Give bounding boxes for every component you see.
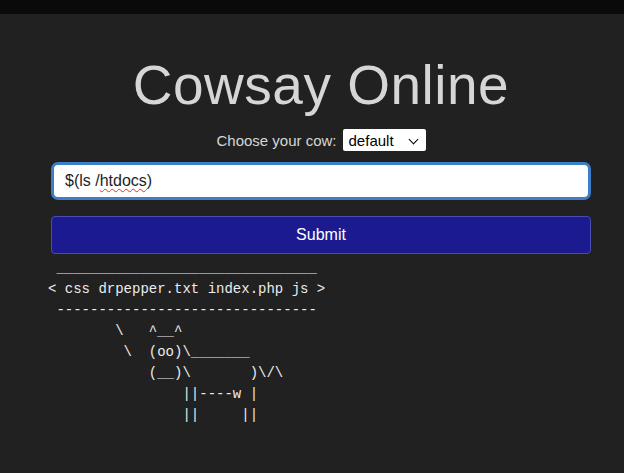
cow-selector-row: Choose your cow: default: [51, 129, 591, 151]
message-input-text-misspelled: htdocs: [100, 172, 147, 190]
main-container: Cowsay Online Choose your cow: default $…: [51, 54, 591, 426]
cow-select-label: Choose your cow:: [216, 132, 336, 149]
cow-select-value: default: [349, 132, 394, 149]
cow-select[interactable]: default: [343, 129, 426, 151]
message-input[interactable]: $(ls /htdocs): [51, 162, 591, 200]
message-input-text-suffix: ): [147, 172, 152, 190]
page-title: Cowsay Online: [51, 54, 591, 117]
top-band: [0, 0, 624, 14]
message-input-text-prefix: $(ls /: [65, 172, 100, 190]
cowsay-output: _______________________________ < css dr…: [48, 258, 591, 426]
submit-button[interactable]: Submit: [51, 216, 591, 254]
chevron-down-icon: [408, 135, 418, 145]
